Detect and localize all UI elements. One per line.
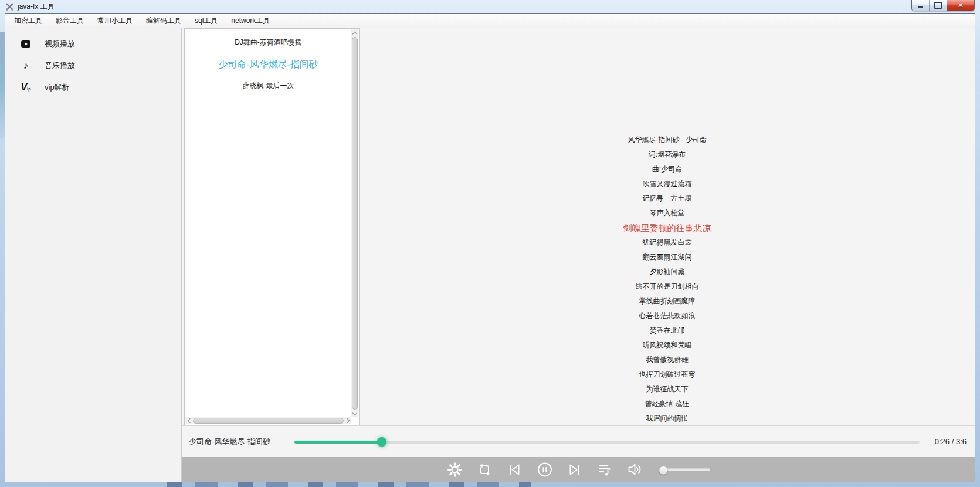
- volume-thumb[interactable]: [659, 466, 668, 475]
- gear-icon: [447, 462, 463, 478]
- lyric-line: 翻云覆雨江湖闯: [360, 250, 975, 265]
- menu-item[interactable]: 编解码工具: [140, 14, 187, 28]
- control-bar: [182, 457, 975, 482]
- lyric-line: 琴声入松堂: [360, 206, 975, 221]
- lyric-line: 吹雪又漫过流霜: [360, 177, 975, 191]
- menu-item[interactable]: network工具: [225, 14, 276, 28]
- aero-frame-left: [0, 32, 5, 138]
- lyric-line: 焚香在北邙: [360, 323, 975, 338]
- minimize-button[interactable]: [912, 0, 930, 11]
- video-play-icon: [20, 40, 32, 48]
- close-button[interactable]: ✕: [947, 0, 974, 11]
- lyric-line: 逃不开的是刀剑相向: [360, 279, 975, 294]
- lyric-line: 掌线曲折刻画魔障: [360, 294, 975, 309]
- main-area: DJ舞曲-苏荷酒吧慢摇 少司命-风华燃尽-指间砂 薛晓枫-最后一次: [182, 28, 975, 482]
- lyric-line: 风华燃尽-指间砂 - 少司命: [360, 133, 975, 147]
- sidebar-item-vip[interactable]: Vip vip解析: [5, 76, 181, 98]
- menu-item[interactable]: sql工具: [189, 14, 223, 28]
- vip-icon: Vip: [20, 83, 32, 92]
- lyric-line: 我曾傲视群雄: [360, 353, 975, 367]
- playlist-item[interactable]: 薛晓枫-最后一次: [186, 75, 351, 97]
- menu-item[interactable]: 加密工具: [8, 14, 48, 28]
- vertical-scroll-thumb[interactable]: [352, 37, 358, 410]
- maximize-button[interactable]: [930, 0, 947, 11]
- minimize-icon: [918, 6, 923, 8]
- volume-slider[interactable]: [659, 465, 710, 474]
- volume-button[interactable]: [626, 461, 643, 478]
- lyric-line: 词:烟花瀑布: [360, 147, 975, 162]
- time-display: 0:26 / 3:6: [935, 437, 967, 446]
- sidebar-item-music[interactable]: ♪ 音乐播放: [5, 55, 181, 76]
- lyric-line: 听风祝颂和梵唱: [360, 338, 975, 353]
- window-title: java-fx 工具: [18, 2, 55, 12]
- playlist-horizontal-scrollbar[interactable]: [185, 417, 351, 424]
- previous-icon: [507, 462, 523, 478]
- lyric-line: 曲:少司命: [360, 162, 975, 177]
- playlist-button[interactable]: [596, 461, 613, 478]
- progress-track[interactable]: [294, 441, 920, 444]
- current-song-label: 少司命-风华燃尽-指间砂: [189, 437, 287, 447]
- lyric-line: 犹记得黑发白裳: [360, 235, 975, 250]
- playlist-icon: [596, 462, 612, 478]
- settings-button[interactable]: [447, 461, 463, 478]
- lyric-line: 心若苍茫悲欢如浪: [360, 309, 975, 323]
- current-lyric-line: 剑魄里委顿的往事悲凉: [360, 221, 975, 235]
- progress-thumb[interactable]: [377, 437, 386, 447]
- playlist-item[interactable]: DJ舞曲-苏荷酒吧慢摇: [186, 32, 351, 53]
- music-note-icon: ♪: [20, 60, 32, 70]
- scroll-left-icon[interactable]: [185, 417, 192, 424]
- lyric-line: 夕影袖间藏: [360, 265, 975, 279]
- menu-item[interactable]: 影音工具: [50, 14, 90, 28]
- lyric-line: 曾经豪情 疏狂: [360, 397, 975, 411]
- app-window: java-fx 工具 ✕ 加密工具 影音工具 常用小工具 编解码工具 sql工具…: [0, 0, 980, 487]
- menu-item[interactable]: 常用小工具: [91, 14, 138, 28]
- lyric-line: 记忆寻一方土壤: [360, 191, 975, 206]
- next-button[interactable]: [567, 461, 583, 478]
- lyrics-panel: 风华燃尽-指间砂 - 少司命 词:烟花瀑布 曲:少司命 吹雪又漫过流霜 记忆寻一…: [360, 28, 975, 425]
- menu-bar: 加密工具 影音工具 常用小工具 编解码工具 sql工具 network工具: [5, 14, 975, 28]
- sidebar-item-video[interactable]: 视频播放: [5, 33, 181, 55]
- next-icon: [567, 462, 582, 478]
- repeat-button[interactable]: [477, 461, 493, 478]
- pause-icon: [537, 461, 553, 478]
- horizontal-scroll-thumb[interactable]: [193, 418, 344, 424]
- player-bar: 少司命-风华燃尽-指间砂 0:26 / 3:6: [182, 425, 975, 457]
- pause-button[interactable]: [537, 461, 553, 478]
- app-icon: [5, 2, 14, 11]
- lyric-line: 也挥刀划破过苍穹: [360, 367, 975, 382]
- maximize-icon: [934, 2, 942, 9]
- lyric-line: 我眉间的惆怅: [360, 411, 975, 425]
- close-icon: ✕: [958, 2, 964, 9]
- aero-frame-bottom: [167, 482, 531, 487]
- progress-slider[interactable]: [294, 436, 920, 448]
- repeat-icon: [477, 462, 493, 478]
- playlist-panel: DJ舞曲-苏荷酒吧慢摇 少司命-风华燃尽-指间砂 薛晓枫-最后一次: [184, 28, 360, 425]
- lyric-line: 为谁征战天下: [360, 382, 975, 397]
- playlist-item[interactable]: 少司命-风华燃尽-指间砂: [186, 53, 351, 75]
- scroll-down-icon[interactable]: [351, 410, 358, 417]
- scroll-up-icon[interactable]: [351, 29, 358, 36]
- playlist-vertical-scrollbar[interactable]: [351, 29, 358, 417]
- sidebar: 视频播放 ♪ 音乐播放 Vip vip解析: [5, 28, 182, 482]
- app-content: 加密工具 影音工具 常用小工具 编解码工具 sql工具 network工具 视频…: [5, 13, 975, 482]
- progress-fill: [294, 441, 382, 444]
- volume-icon: [626, 461, 643, 478]
- window-titlebar: java-fx 工具 ✕: [0, 0, 980, 13]
- window-controls: ✕: [911, 0, 975, 11]
- scroll-right-icon[interactable]: [344, 417, 351, 424]
- previous-button[interactable]: [507, 461, 523, 478]
